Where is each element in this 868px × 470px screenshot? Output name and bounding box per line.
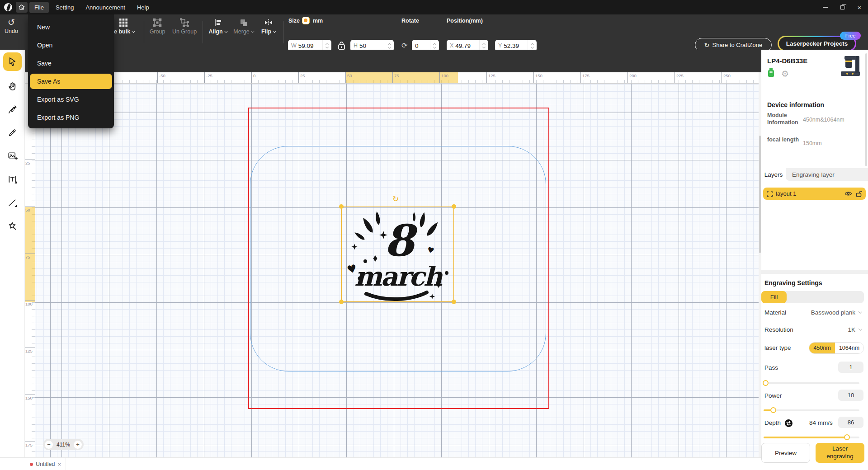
share-label: Share to CraftZone bbox=[712, 42, 763, 48]
tool-pencil[interactable] bbox=[3, 123, 22, 142]
minimize-button[interactable] bbox=[816, 0, 834, 14]
selection-handle-sw[interactable] bbox=[339, 300, 344, 304]
home-icon bbox=[18, 4, 25, 11]
resolution-value[interactable]: 1K bbox=[848, 326, 855, 333]
depth-speed-toggle-icon[interactable] bbox=[785, 419, 793, 427]
cursor-icon bbox=[7, 56, 18, 67]
align-label: Align bbox=[208, 28, 222, 35]
align-button[interactable]: Align bbox=[207, 18, 229, 35]
group-button[interactable]: Group bbox=[147, 18, 168, 35]
material-label: Material bbox=[764, 309, 786, 316]
focal-length-value: 150mm bbox=[803, 140, 822, 146]
usb-connected-icon bbox=[768, 68, 774, 79]
panel-scrollbar[interactable] bbox=[865, 53, 867, 166]
align-icon bbox=[213, 18, 222, 27]
file-menu-save[interactable]: Save bbox=[28, 54, 114, 72]
preview-button[interactable]: Preview bbox=[761, 443, 810, 463]
fill-mode-button[interactable]: Fill bbox=[761, 291, 787, 303]
undo-button[interactable]: ↺ Undo bbox=[5, 18, 18, 34]
depth-value-box[interactable]: 86 bbox=[838, 417, 863, 428]
visibility-eye-icon[interactable] bbox=[844, 191, 852, 197]
create-bulk-label: te bulk bbox=[112, 28, 130, 35]
tool-image[interactable] bbox=[3, 146, 22, 165]
rotate-icon[interactable]: ⟳ bbox=[401, 41, 407, 50]
star-shape-icon bbox=[7, 221, 18, 231]
tool-line[interactable] bbox=[3, 193, 22, 212]
rotate-handle-icon[interactable]: ↻ bbox=[392, 194, 399, 204]
layers-tabs: Layers Engraving layer bbox=[761, 168, 868, 181]
laser-1064nm-option[interactable]: 1064nm bbox=[835, 343, 863, 353]
depth-slider[interactable] bbox=[764, 437, 859, 438]
zoom-in-button[interactable]: + bbox=[74, 441, 82, 449]
selection-handle-se[interactable] bbox=[452, 300, 456, 304]
zoom-out-button[interactable]: − bbox=[45, 441, 53, 449]
tab-engraving-layer[interactable]: Engraving layer bbox=[786, 168, 868, 181]
ruler-tick-label: 250 bbox=[722, 72, 731, 84]
window-controls: × bbox=[816, 0, 868, 14]
scrollbar-thumb[interactable] bbox=[759, 136, 761, 253]
document-tab[interactable]: Untitled × bbox=[25, 458, 66, 470]
flip-button[interactable]: Flip bbox=[259, 18, 278, 35]
free-badge: Free bbox=[840, 32, 861, 40]
unsaved-dot-icon bbox=[30, 463, 33, 466]
chevron-down-icon[interactable] bbox=[859, 310, 862, 313]
tab-layers[interactable]: Layers bbox=[761, 168, 786, 181]
canvas[interactable]: ♥ ♥ 8 march ↻ − 411% + bbox=[35, 84, 759, 457]
menu-setting[interactable]: Setting bbox=[51, 2, 79, 13]
tool-text[interactable] bbox=[3, 170, 22, 188]
selection-handle-nw[interactable] bbox=[339, 204, 344, 209]
restore-button[interactable] bbox=[834, 0, 851, 14]
title-bar: File Setting Announcement Help × bbox=[0, 0, 868, 14]
depth-label: Depth bbox=[764, 419, 781, 426]
laser-engraving-button[interactable]: Laser engraving bbox=[816, 443, 864, 463]
file-menu-export-png[interactable]: Export as PNG bbox=[28, 108, 114, 127]
laser-450nm-option[interactable]: 450nm bbox=[809, 343, 835, 353]
power-slider[interactable] bbox=[764, 409, 859, 411]
module-info-value: 450nm&1064nm bbox=[803, 117, 844, 123]
design-8-march[interactable]: ♥ ♥ 8 march bbox=[342, 207, 454, 302]
ungroup-icon bbox=[180, 18, 189, 27]
tool-select[interactable] bbox=[3, 52, 22, 71]
merge-button[interactable]: Merge bbox=[231, 18, 256, 35]
chevron-down-icon bbox=[250, 29, 254, 33]
merge-icon bbox=[239, 18, 248, 27]
size-unit-icon[interactable] bbox=[302, 17, 310, 24]
selection-box[interactable]: ♥ ♥ 8 march ↻ bbox=[341, 207, 454, 302]
resolution-label: Resolution bbox=[764, 326, 793, 333]
chevron-down-icon[interactable] bbox=[859, 327, 862, 330]
tool-pen[interactable] bbox=[3, 100, 22, 119]
layer-name: layout 1 bbox=[776, 190, 797, 197]
home-button[interactable] bbox=[16, 2, 28, 13]
pass-slider[interactable] bbox=[764, 382, 859, 384]
ruler-tick-label: 0 bbox=[251, 72, 255, 84]
lock-ratio-icon[interactable] bbox=[338, 41, 345, 50]
material-value[interactable]: Basswood plank bbox=[811, 309, 855, 316]
file-menu-save-as[interactable]: Save As bbox=[30, 74, 112, 89]
file-menu-export-svg[interactable]: Export as SVG bbox=[28, 90, 114, 108]
tab-close-icon[interactable]: × bbox=[57, 461, 61, 468]
menu-announcement[interactable]: Announcement bbox=[80, 2, 130, 13]
group-label: Group bbox=[150, 28, 165, 35]
menu-help[interactable]: Help bbox=[132, 2, 154, 13]
menu-file[interactable]: File bbox=[29, 2, 49, 13]
power-value-box[interactable]: 10 bbox=[838, 390, 863, 401]
selection-handle-ne[interactable] bbox=[452, 204, 456, 209]
pass-value-box[interactable]: 1 bbox=[838, 362, 863, 373]
projects-label: Laserpecker Projects bbox=[786, 40, 848, 47]
speed-value: 84 mm/s bbox=[809, 419, 833, 426]
unlock-icon[interactable] bbox=[856, 190, 862, 197]
ruler-tick-label: 150 bbox=[25, 395, 35, 400]
tool-shape[interactable] bbox=[3, 217, 22, 235]
ungroup-button[interactable]: Un Group bbox=[171, 18, 198, 35]
pen-icon bbox=[7, 104, 18, 115]
file-menu-new[interactable]: New bbox=[28, 18, 114, 36]
pass-label: Pass bbox=[764, 364, 778, 371]
position-label: Position(mm) bbox=[447, 18, 483, 24]
height-value: 50 bbox=[359, 42, 366, 49]
tool-hand[interactable] bbox=[3, 77, 22, 95]
close-button[interactable]: × bbox=[851, 0, 868, 14]
layer-row[interactable]: layout 1 bbox=[763, 188, 866, 200]
ruler-tick-label: 100 bbox=[439, 72, 448, 84]
device-settings-gear-icon[interactable]: ⚙ bbox=[781, 69, 789, 79]
file-menu-open[interactable]: Open bbox=[28, 36, 114, 54]
